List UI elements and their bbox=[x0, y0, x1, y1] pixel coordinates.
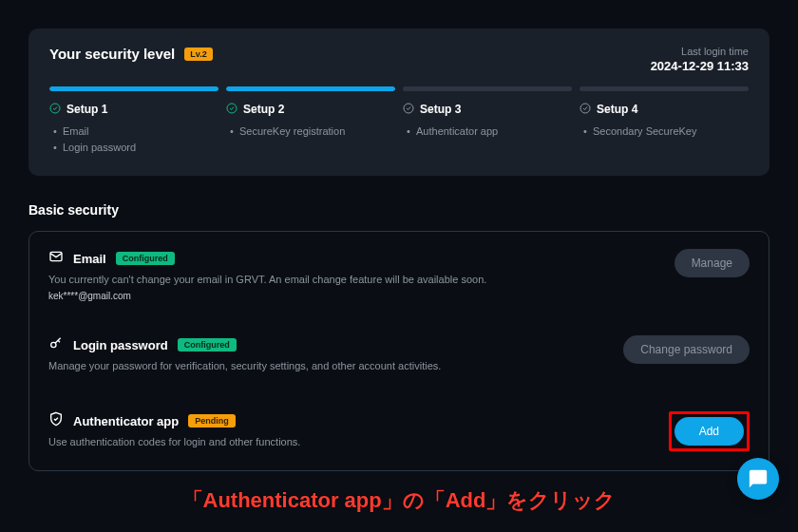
setup-head: Setup 4 bbox=[580, 101, 749, 118]
security-level-title: Your security level bbox=[49, 46, 175, 62]
svg-point-0 bbox=[50, 104, 60, 113]
setup-items: SecureKey registration bbox=[226, 124, 395, 140]
setup-item: Secondary SecureKey bbox=[583, 124, 749, 140]
status-badge: Pending bbox=[188, 414, 236, 428]
svg-point-1 bbox=[227, 104, 237, 113]
manage-button[interactable]: Manage bbox=[674, 249, 750, 277]
setup-items: Secondary SecureKey bbox=[580, 124, 749, 140]
setup-step-2: Setup 2 SecureKey registration bbox=[226, 86, 395, 155]
setup-item: Email bbox=[53, 124, 218, 140]
security-item-name: Email bbox=[73, 252, 106, 266]
security-item-desc: Use authentication codes for login and o… bbox=[48, 436, 654, 447]
last-login-info: Last login time 2024-12-29 11:33 bbox=[651, 46, 749, 73]
security-item-name: Authenticator app bbox=[73, 414, 179, 428]
instruction-annotation: 「Authenticator app」の「Add」をクリック bbox=[182, 486, 617, 515]
security-item-desc: Manage your password for verification, s… bbox=[48, 360, 608, 371]
setup-head: Setup 1 bbox=[49, 101, 218, 118]
security-item-action: Change password bbox=[623, 335, 750, 364]
security-item-desc: You currently can't change your email in… bbox=[48, 274, 659, 285]
security-item-email: Email Configured You currently can't cha… bbox=[48, 232, 750, 318]
progress-bar bbox=[226, 86, 395, 91]
setup-item: Login password bbox=[53, 140, 218, 156]
panel-header: Your security level Lv.2 Last login time… bbox=[49, 46, 749, 73]
check-circle-icon bbox=[403, 101, 414, 118]
security-item-extra: kek****@gmail.com bbox=[48, 291, 659, 301]
security-level-panel: Your security level Lv.2 Last login time… bbox=[28, 28, 770, 176]
setup-items: Authenticator app bbox=[403, 124, 572, 140]
setup-title: Setup 3 bbox=[420, 103, 461, 116]
security-item-login-password: Login password Configured Manage your pa… bbox=[48, 318, 750, 394]
check-circle-icon bbox=[49, 101, 61, 118]
svg-point-3 bbox=[580, 104, 590, 113]
progress-bar bbox=[403, 86, 572, 91]
setup-title: Setup 4 bbox=[597, 103, 637, 116]
security-item-action: Add bbox=[669, 411, 750, 451]
basic-security-section: Basic security Email Configured You curr… bbox=[28, 202, 770, 471]
security-item-action: Manage bbox=[674, 249, 750, 277]
status-badge: Configured bbox=[116, 252, 175, 265]
last-login-time: 2024-12-29 11:33 bbox=[651, 59, 749, 73]
check-circle-icon bbox=[580, 101, 591, 118]
setup-step-4: Setup 4 Secondary SecureKey bbox=[580, 86, 749, 155]
svg-point-2 bbox=[404, 104, 413, 113]
setup-item: Authenticator app bbox=[407, 124, 572, 140]
setup-item: SecureKey registration bbox=[230, 124, 395, 140]
security-item-name: Login password bbox=[73, 338, 168, 352]
shield-icon bbox=[48, 411, 64, 430]
check-circle-icon bbox=[226, 101, 238, 118]
setup-title: Setup 2 bbox=[243, 103, 284, 116]
highlight-box: Add bbox=[669, 411, 750, 451]
security-item-authenticator-app: Authenticator app Pending Use authentica… bbox=[48, 394, 750, 470]
security-items-list: Email Configured You currently can't cha… bbox=[28, 231, 770, 471]
chat-support-button[interactable] bbox=[737, 458, 779, 500]
last-login-label: Last login time bbox=[651, 46, 749, 57]
setup-items: EmailLogin password bbox=[49, 124, 218, 155]
setup-title: Setup 1 bbox=[66, 103, 107, 116]
key-icon bbox=[48, 335, 64, 354]
change-password-button[interactable]: Change password bbox=[623, 335, 750, 364]
mail-icon bbox=[48, 249, 64, 268]
basic-security-heading: Basic security bbox=[28, 202, 770, 218]
setup-head: Setup 3 bbox=[403, 101, 572, 118]
status-badge: Configured bbox=[178, 338, 237, 352]
level-badge: Lv.2 bbox=[184, 48, 212, 61]
chat-icon bbox=[748, 468, 769, 489]
setup-head: Setup 2 bbox=[226, 101, 395, 118]
setup-step-1: Setup 1 EmailLogin password bbox=[49, 86, 218, 155]
setup-step-3: Setup 3 Authenticator app bbox=[403, 86, 572, 155]
progress-bar bbox=[49, 86, 218, 91]
progress-bar bbox=[580, 86, 749, 91]
add-button[interactable]: Add bbox=[674, 417, 744, 446]
title-group: Your security level Lv.2 bbox=[49, 46, 213, 62]
setup-steps-row: Setup 1 EmailLogin password Setup 2 Secu… bbox=[49, 86, 749, 155]
